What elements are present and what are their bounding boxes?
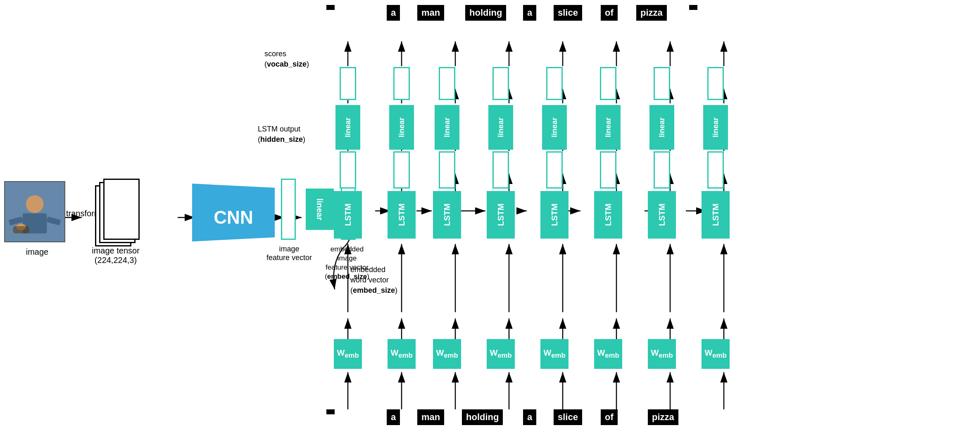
input-image	[4, 181, 65, 242]
lstm-output-box-6	[600, 151, 616, 189]
linear-box-5: linear	[542, 105, 567, 150]
scores-box-5	[546, 67, 563, 100]
bottom-label-pizza: pizza	[648, 409, 678, 425]
top-label-a2: a	[523, 5, 536, 21]
top-label-man: man	[417, 5, 444, 21]
wemb-box-8: Wemb	[702, 339, 730, 369]
lstm-output-box-8	[707, 151, 724, 189]
top-label-start	[326, 5, 335, 10]
image-tensor-label: image tensor(224,224,3)	[83, 246, 149, 265]
scores-box-8	[707, 67, 724, 100]
bottom-label-a2: a	[523, 409, 536, 425]
lstm-box-5: LSTM	[540, 191, 568, 239]
image-feature-box	[281, 179, 296, 240]
bottom-label-start	[326, 409, 335, 414]
image-linear-box: linear	[306, 189, 334, 230]
linear-box-7: linear	[649, 105, 674, 150]
linear-box-6: linear	[596, 105, 621, 150]
diagram: image transform image tensor(224,224,3) …	[0, 0, 980, 435]
bottom-label-holding: holding	[462, 409, 503, 425]
svg-rect-78	[13, 226, 29, 234]
lstm-output-box-7	[654, 151, 670, 189]
lstm-box-2: LSTM	[388, 191, 416, 239]
wemb-box-2: Wemb	[388, 339, 416, 369]
linear-box-3: linear	[435, 105, 459, 150]
bottom-label-a1: a	[387, 409, 400, 425]
linear-box-1: linear	[335, 105, 360, 150]
scores-box-2	[393, 67, 410, 100]
lstm-output-box-5	[546, 151, 563, 189]
linear-box-2: linear	[389, 105, 414, 150]
top-label-slice: slice	[554, 5, 582, 21]
top-label-a1: a	[387, 5, 400, 21]
lstm-box-3: LSTM	[433, 191, 461, 239]
cnn-block: CNN	[192, 179, 275, 247]
lstm-output-label: LSTM output(hidden_size)	[258, 124, 336, 145]
top-label-of: of	[601, 5, 618, 21]
embedded-word-label: embeddedword vector(embed_size)	[350, 265, 429, 296]
scores-box-1	[340, 67, 356, 100]
top-label-holding: holding	[465, 5, 506, 21]
top-label-end	[689, 5, 697, 10]
wemb-box-6: Wemb	[594, 339, 622, 369]
lstm-output-box-2	[393, 151, 410, 189]
svg-text:CNN: CNN	[214, 207, 253, 227]
bottom-label-of: of	[601, 409, 618, 425]
lstm-output-box-1	[340, 151, 356, 189]
scores-box-4	[492, 67, 509, 100]
lstm-box-6: LSTM	[594, 191, 622, 239]
bottom-label-man: man	[417, 409, 444, 425]
lstm-box-7: LSTM	[648, 191, 676, 239]
wemb-box-4: Wemb	[487, 339, 515, 369]
bottom-label-slice: slice	[554, 409, 582, 425]
wemb-box-3: Wemb	[433, 339, 461, 369]
lstm-output-box-3	[439, 151, 455, 189]
linear-box-8: linear	[703, 105, 728, 150]
image-feature-label: imagefeature vector	[264, 245, 314, 262]
linear-box-4: linear	[488, 105, 513, 150]
svg-point-73	[26, 195, 44, 213]
wemb-box-7: Wemb	[648, 339, 676, 369]
lstm-output-box-4	[492, 151, 509, 189]
scores-label: scores(vocab_size)	[264, 49, 343, 69]
lstm-box-1: LSTM	[334, 191, 362, 239]
scores-box-6	[600, 67, 616, 100]
scores-box-7	[654, 67, 670, 100]
image-label: image	[12, 247, 62, 257]
lstm-box-8: LSTM	[702, 191, 730, 239]
scores-box-3	[439, 67, 455, 100]
wemb-box-5: Wemb	[540, 339, 568, 369]
image-tensor-front	[103, 179, 140, 240]
lstm-box-4: LSTM	[487, 191, 515, 239]
wemb-box-1: Wemb	[334, 339, 362, 369]
top-label-pizza: pizza	[636, 5, 667, 21]
